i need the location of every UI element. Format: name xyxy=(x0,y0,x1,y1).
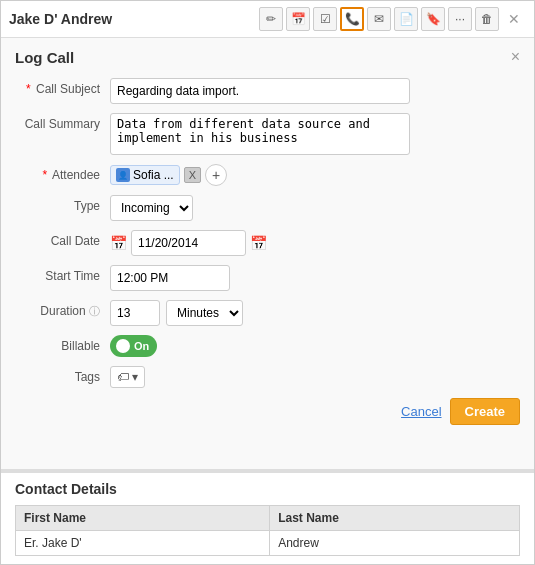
checkbox-icon-btn[interactable]: ☑ xyxy=(313,7,337,31)
log-call-title: Log Call xyxy=(15,49,74,66)
start-time-row: Start Time xyxy=(15,265,520,291)
duration-wrapper: Minutes Hours xyxy=(110,300,243,326)
calendar-icon: 📅 xyxy=(291,12,306,26)
tags-wrapper: 🏷 ▾ xyxy=(110,366,145,388)
table-row: Er. Jake D' Andrew xyxy=(16,531,520,556)
calendar-icon-btn[interactable]: 📅 xyxy=(286,7,310,31)
window-close-btn[interactable]: ✕ xyxy=(502,7,526,31)
attendee-remove-btn[interactable]: X xyxy=(184,167,201,183)
duration-unit-select[interactable]: Minutes Hours xyxy=(166,300,243,326)
bookmark-icon-btn[interactable]: 🔖 xyxy=(421,7,445,31)
attendee-label: * Attendee xyxy=(15,164,110,182)
trash-icon-btn[interactable]: 🗑 xyxy=(475,7,499,31)
call-summary-row: Call Summary Data from different data so… xyxy=(15,113,520,155)
call-summary-label: Call Summary xyxy=(15,113,110,131)
attendee-tag: 👤 Sofia ... xyxy=(110,165,180,185)
tags-row: Tags 🏷 ▾ xyxy=(15,366,520,388)
tag-icon: 🏷 xyxy=(117,370,129,384)
type-select[interactable]: Incoming Outgoing xyxy=(110,195,193,221)
type-row: Type Incoming Outgoing xyxy=(15,195,520,221)
cell-first-name: Er. Jake D' xyxy=(16,531,270,556)
contact-table: First Name Last Name Er. Jake D' Andrew xyxy=(15,505,520,556)
required-star-attendee: * xyxy=(43,168,48,182)
pencil-icon: ✏ xyxy=(266,12,276,26)
duration-input[interactable] xyxy=(110,300,160,326)
log-call-close-btn[interactable]: × xyxy=(511,48,520,66)
duration-row: Duration ⓘ Minutes Hours xyxy=(15,300,520,326)
billable-label: Billable xyxy=(15,335,110,353)
call-subject-input[interactable] xyxy=(110,78,410,104)
tags-label: Tags xyxy=(15,366,110,384)
call-date-wrapper: 📅 📅 xyxy=(110,230,267,256)
phone-icon: 📞 xyxy=(345,12,360,26)
contact-section: Contact Details First Name Last Name Er.… xyxy=(1,471,534,564)
attendee-row: * Attendee 👤 Sofia ... X + xyxy=(15,164,520,186)
start-time-input[interactable] xyxy=(110,265,230,291)
duration-label: Duration ⓘ xyxy=(15,300,110,319)
log-call-section: Log Call × * Call Subject Call Summary D… xyxy=(1,38,534,471)
more-icon-btn[interactable]: ··· xyxy=(448,7,472,31)
document-icon: 📄 xyxy=(399,12,414,26)
email-icon-btn[interactable]: ✉ xyxy=(367,7,391,31)
close-icon: ✕ xyxy=(508,11,520,27)
attendee-add-btn[interactable]: + xyxy=(205,164,227,186)
col-last-name: Last Name xyxy=(270,506,520,531)
cancel-button[interactable]: Cancel xyxy=(401,404,441,419)
call-subject-label: * Call Subject xyxy=(15,78,110,96)
call-subject-row: * Call Subject xyxy=(15,78,520,104)
main-window: Jake D' Andrew ✏ 📅 ☑ Log Call 📞 ✉ xyxy=(0,0,535,565)
cell-last-name: Andrew xyxy=(270,531,520,556)
duration-info-icon: ⓘ xyxy=(89,305,100,317)
more-icon: ··· xyxy=(455,12,465,26)
attendee-name: Sofia ... xyxy=(133,168,174,182)
form-actions: Cancel Create xyxy=(15,398,520,425)
email-icon: ✉ xyxy=(374,12,384,26)
start-time-label: Start Time xyxy=(15,265,110,283)
call-summary-input[interactable]: Data from different data source and impl… xyxy=(110,113,410,155)
window-title: Jake D' Andrew xyxy=(9,11,112,27)
billable-row: Billable On xyxy=(15,335,520,357)
required-star: * xyxy=(26,82,31,96)
call-date-row: Call Date 📅 📅 xyxy=(15,230,520,256)
tags-button[interactable]: 🏷 ▾ xyxy=(110,366,145,388)
contact-details-title: Contact Details xyxy=(15,481,520,497)
log-call-header: Log Call × xyxy=(15,48,520,66)
attendee-person-icon: 👤 xyxy=(116,168,130,182)
attendee-container: 👤 Sofia ... X + xyxy=(110,164,227,186)
billable-toggle[interactable]: On xyxy=(110,335,157,357)
billable-toggle-wrapper: On xyxy=(110,335,157,357)
bookmark-icon: 🔖 xyxy=(426,12,441,26)
call-date-label: Call Date xyxy=(15,230,110,248)
create-button[interactable]: Create xyxy=(450,398,520,425)
col-first-name: First Name xyxy=(16,506,270,531)
trash-icon: 🗑 xyxy=(481,12,493,26)
phone-icon-btn[interactable]: Log Call 📞 xyxy=(340,7,364,31)
toggle-circle xyxy=(116,339,130,353)
toggle-on-label: On xyxy=(134,340,149,352)
calendar-small-icon: 📅 xyxy=(110,235,127,251)
title-bar: Jake D' Andrew ✏ 📅 ☑ Log Call 📞 ✉ xyxy=(1,1,534,38)
type-label: Type xyxy=(15,195,110,213)
toolbar-icons: ✏ 📅 ☑ Log Call 📞 ✉ 📄 xyxy=(259,7,526,31)
tags-chevron-icon: ▾ xyxy=(132,370,138,384)
document-icon-btn[interactable]: 📄 xyxy=(394,7,418,31)
checkbox-icon: ☑ xyxy=(320,12,331,26)
call-date-input[interactable] xyxy=(131,230,246,256)
pencil-icon-btn[interactable]: ✏ xyxy=(259,7,283,31)
calendar-picker-icon[interactable]: 📅 xyxy=(250,235,267,251)
